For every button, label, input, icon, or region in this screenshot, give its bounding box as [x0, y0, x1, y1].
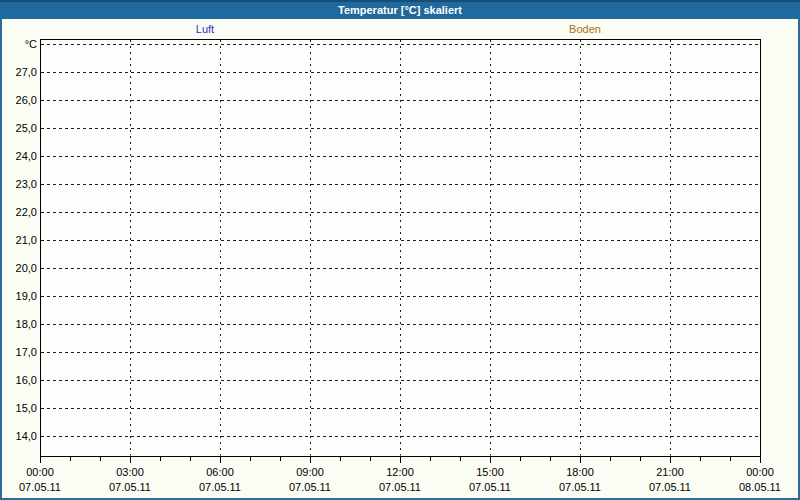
x-tick-date-label: 07.05.11	[379, 481, 421, 493]
x-tick-date-label: 07.05.11	[199, 481, 241, 493]
legend-item-luft: Luft	[196, 19, 214, 39]
y-tick-label: 21,0	[16, 234, 37, 246]
y-tick-label: 14,0	[16, 430, 37, 442]
x-tick-time-label: 06:00	[206, 466, 234, 478]
x-tick-date-label: 08.05.11	[739, 481, 781, 493]
x-tick-date-label: 07.05.11	[19, 481, 61, 493]
x-tick-time-label: 03:00	[116, 466, 144, 478]
y-tick-label: 27,0	[16, 66, 37, 78]
plot-area: °C27,026,025,024,023,022,021,020,019,018…	[0, 0, 800, 500]
y-tick-label: 26,0	[16, 94, 37, 106]
x-tick-date-label: 07.05.11	[109, 481, 151, 493]
y-tick-label: 19,0	[16, 290, 37, 302]
y-tick-label: 18,0	[16, 318, 37, 330]
y-tick-label: 16,0	[16, 374, 37, 386]
y-tick-label: 20,0	[16, 262, 37, 274]
y-axis-unit-label: °C	[25, 38, 37, 50]
x-tick-time-label: 15:00	[476, 466, 504, 478]
x-tick-time-label: 00:00	[26, 466, 54, 478]
x-tick-time-label: 21:00	[656, 466, 684, 478]
chart-window: Temperatur [°C] skaliert Luft Boden °C27…	[0, 0, 800, 500]
x-tick-time-label: 00:00	[746, 466, 774, 478]
x-tick-date-label: 07.05.11	[289, 481, 331, 493]
y-tick-label: 17,0	[16, 346, 37, 358]
y-tick-label: 23,0	[16, 178, 37, 190]
y-tick-label: 25,0	[16, 122, 37, 134]
chart-title-bar: Temperatur [°C] skaliert	[0, 0, 800, 19]
y-tick-label: 22,0	[16, 206, 37, 218]
chart-legend: Luft Boden	[0, 19, 800, 39]
x-tick-date-label: 07.05.11	[559, 481, 601, 493]
legend-item-boden: Boden	[569, 19, 601, 39]
x-tick-time-label: 09:00	[296, 466, 324, 478]
x-tick-time-label: 18:00	[566, 466, 594, 478]
x-tick-time-label: 12:00	[386, 466, 414, 478]
x-tick-date-label: 07.05.11	[469, 481, 511, 493]
y-tick-label: 24,0	[16, 150, 37, 162]
x-tick-date-label: 07.05.11	[649, 481, 691, 493]
y-tick-label: 15,0	[16, 402, 37, 414]
